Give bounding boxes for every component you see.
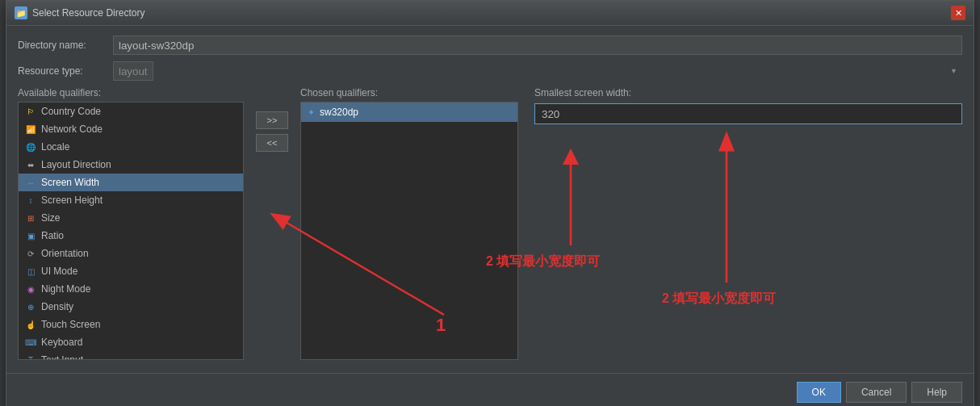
qualifier-label: Orientation [41,248,89,259]
main-content: Available qualifiers: 🏳 Country Code 📶 N… [18,87,962,360]
resource-type-select[interactable]: layout [113,61,153,81]
list-item[interactable]: T Text Input [19,351,243,360]
qualifier-label: Network Code [41,123,103,135]
dialog-body: Directory name: Resource type: layout Av… [6,26,974,370]
list-item[interactable]: 📶 Network Code [19,120,243,138]
night-mode-icon: ◉ [25,283,36,295]
directory-name-input[interactable] [113,36,962,55]
chosen-list[interactable]: ✦ sw320dp [300,102,518,360]
dialog: 📁 Select Resource Directory ✕ Directory … [6,0,974,406]
list-item[interactable]: ↕ Screen Height [19,191,243,209]
list-item[interactable]: ⌨ Keyboard [19,333,243,351]
resource-type-label: Resource type: [18,65,107,77]
density-icon: ⊕ [25,301,36,312]
width-label: Smallest screen width: [534,87,962,98]
list-item[interactable]: 🏳 Country Code [19,103,243,120]
add-qualifier-button[interactable]: >> [256,111,288,129]
arrow-up-icon [559,149,583,245]
qualifier-label: Text Input [41,354,83,360]
network-icon: 📶 [25,123,36,135]
right-panel: Smallest screen width: 2 填写最小宽度即可 [526,87,962,360]
layout-icon: ⬌ [25,159,36,170]
qualifier-label: Country Code [41,106,101,117]
directory-name-label: Directory name: [18,40,107,51]
qualifiers-panel: Available qualifiers: 🏳 Country Code 📶 N… [18,87,244,360]
touch-icon: ☝ [25,319,36,330]
annotation-text-2: 2 填写最小宽度即可 [486,253,946,270]
ok-button[interactable]: OK [797,382,841,403]
ratio-icon: ▣ [25,230,36,241]
globe-icon: 🌐 [25,141,36,153]
list-item[interactable]: 🌐 Locale [19,138,243,156]
qualifier-label: UI Mode [41,266,77,277]
resource-type-wrapper: layout [113,61,962,81]
qualifier-label: Screen Width [41,177,99,188]
list-item[interactable]: ☝ Touch Screen [19,316,243,333]
keyboard-icon: ⌨ [25,337,36,348]
list-item[interactable]: ⊞ Size [19,209,243,227]
middle-buttons: >> << [252,87,292,360]
list-item-screen-width[interactable]: ↔ Screen Width [19,174,243,191]
cancel-button[interactable]: Cancel [846,382,907,403]
resource-type-row: Resource type: layout [18,61,962,81]
screen-icon: ↔ [25,177,36,188]
orientation-icon: ⟳ [25,248,36,259]
qualifiers-label: Available qualifiers: [18,87,244,98]
width-input[interactable] [534,103,962,124]
remove-qualifier-button[interactable]: << [256,134,288,152]
qualifier-label: Touch Screen [41,319,100,330]
title-bar-left: 📁 Select Resource Directory [15,6,144,19]
close-button[interactable]: ✕ [951,6,965,20]
dialog-title: Select Resource Directory [32,7,144,19]
chosen-item-label: sw320dp [320,107,358,118]
qualifier-label: Size [41,212,60,224]
qualifier-label: Night Mode [41,283,90,295]
chosen-label: Chosen qualifiers: [300,87,518,98]
qualifier-label: Keyboard [41,337,82,348]
list-item[interactable]: ⬌ Layout Direction [19,156,243,174]
size-icon: ⊞ [25,212,36,224]
screen-height-icon: ↕ [25,195,36,206]
title-bar: 📁 Select Resource Directory ✕ [6,1,974,26]
chosen-item-icon: ✦ [308,107,315,118]
qualifier-label: Ratio [41,230,64,241]
list-item[interactable]: ◉ Night Mode [19,280,243,298]
help-button[interactable]: Help [911,382,962,403]
directory-name-row: Directory name: [18,36,962,55]
qualifier-label: Layout Direction [41,159,111,170]
list-item[interactable]: ◫ UI Mode [19,262,243,280]
qualifiers-list[interactable]: 🏳 Country Code 📶 Network Code 🌐 Locale ⬌… [18,102,244,360]
list-item[interactable]: ⟳ Orientation [19,245,243,262]
qualifier-label: Locale [41,141,69,153]
dialog-icon: 📁 [15,6,27,19]
qualifier-label: Density [41,301,73,312]
flag-icon: 🏳 [25,106,36,117]
chosen-item-sw320dp[interactable]: ✦ sw320dp [301,103,517,122]
ui-mode-icon: ◫ [25,266,36,277]
list-item[interactable]: ⊕ Density [19,298,243,316]
bottom-bar: OK Cancel Help [6,373,974,406]
text-input-icon: T [25,354,36,360]
chosen-panel: Chosen qualifiers: ✦ sw320dp [300,87,518,360]
qualifier-label: Screen Height [41,195,103,206]
annotation-area: 2 填写最小宽度即可 [534,149,962,310]
list-item[interactable]: ▣ Ratio [19,227,243,245]
